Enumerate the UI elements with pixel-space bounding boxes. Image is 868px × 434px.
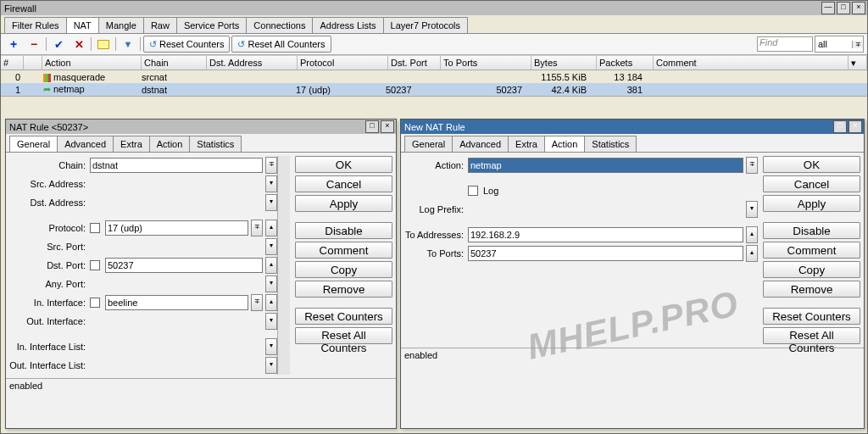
chevron-down-icon[interactable]: ∓ (251, 294, 263, 311)
remove-button[interactable]: − (25, 36, 43, 53)
left-title: NAT Rule <50237> (8, 122, 365, 132)
enable-button[interactable]: ✔ (49, 36, 68, 53)
close-icon[interactable]: × (852, 2, 865, 14)
find-input[interactable]: Find (757, 36, 813, 52)
tab-action[interactable]: Action (544, 136, 586, 152)
ok-button[interactable]: OK (295, 156, 392, 173)
rules-grid: # Action Chain Dst. Address Protocol Dst… (1, 55, 867, 97)
refresh-icon: ↺ (149, 39, 157, 50)
invert-box[interactable] (90, 223, 100, 233)
to-addresses-input[interactable]: 192.168.2.9 (468, 227, 743, 242)
copy-button[interactable]: Copy (763, 261, 860, 278)
tab-statistics[interactable]: Statistics (584, 136, 637, 152)
expand-icon[interactable]: ▾ (265, 357, 277, 374)
netmap-icon: ➦ (43, 84, 51, 94)
chevron-down-icon[interactable]: ∓ (251, 220, 263, 236)
table-row[interactable]: 1 ➦netmap dstnat 17 (udp) 50237 50237 42… (1, 83, 867, 96)
expand-icon[interactable]: ▾ (265, 194, 277, 211)
remove-button[interactable]: Remove (763, 281, 860, 298)
tab-advanced[interactable]: Advanced (57, 136, 114, 152)
expand-icon[interactable]: ▾ (265, 313, 277, 330)
max-icon[interactable]: □ (365, 120, 379, 133)
expand-icon[interactable]: ▾ (265, 175, 277, 192)
disable-button[interactable]: ✕ (70, 36, 88, 53)
tab-nat[interactable]: NAT (66, 17, 99, 33)
tab-service-ports[interactable]: Service Ports (176, 17, 247, 33)
reset-all-counters-button[interactable]: Reset All Counters (763, 327, 860, 344)
comment-button[interactable]: Comment (763, 242, 860, 259)
chain-input[interactable]: dstnat (90, 158, 263, 173)
tab-layer7[interactable]: Layer7 Protocols (383, 17, 469, 33)
tab-raw[interactable]: Raw (143, 17, 177, 33)
reset-counters-button[interactable]: ↺Reset Counters (143, 36, 230, 53)
to-ports-input[interactable]: 50237 (468, 246, 743, 261)
minus-icon: − (31, 37, 37, 51)
main-toolbar: + − ✔ ✕ ▼ ↺Reset Counters ↺Reset All Cou… (1, 34, 867, 55)
tab-address-lists[interactable]: Address Lists (312, 17, 383, 33)
reset-counters-button[interactable]: Reset Counters (295, 308, 392, 325)
tab-general[interactable]: General (404, 136, 453, 152)
collapse-icon[interactable]: ▴ (746, 226, 758, 243)
disable-button[interactable]: Disable (763, 222, 860, 239)
apply-button[interactable]: Apply (763, 195, 860, 212)
tab-connections[interactable]: Connections (246, 17, 313, 33)
right-title-bar[interactable]: New NAT Rule □× (401, 120, 864, 134)
chevron-down-icon[interactable]: ∓ (746, 157, 758, 174)
ok-button[interactable]: OK (763, 156, 860, 173)
filter-button[interactable]: ▼ (119, 36, 137, 53)
invert-box[interactable] (90, 260, 100, 270)
min-icon[interactable]: — (821, 2, 835, 14)
collapse-icon[interactable]: ▴ (265, 294, 277, 311)
collapse-icon[interactable]: ▴ (265, 220, 277, 236)
chevron-down-icon: ∓ (852, 41, 863, 48)
expand-icon[interactable]: ▾ (746, 201, 758, 218)
reset-counters-button[interactable]: Reset Counters (763, 308, 860, 325)
tab-advanced[interactable]: Advanced (452, 136, 509, 152)
expand-icon[interactable]: ▾ (265, 275, 277, 292)
max-icon[interactable]: □ (837, 2, 850, 14)
add-button[interactable]: + (4, 36, 23, 53)
comment-button[interactable]: Comment (295, 242, 392, 259)
grid-header[interactable]: # Action Chain Dst. Address Protocol Dst… (1, 55, 867, 70)
chevron-down-icon[interactable]: ∓ (265, 157, 277, 174)
column-menu-icon[interactable]: ▾ (849, 56, 867, 70)
cancel-button[interactable]: Cancel (763, 175, 860, 192)
invert-box[interactable] (90, 298, 100, 308)
reset-all-counters-button[interactable]: Reset All Counters (295, 327, 392, 344)
in-interface-input[interactable]: beeline (105, 295, 248, 310)
tab-mangle[interactable]: Mangle (98, 17, 144, 33)
log-checkbox[interactable] (468, 186, 478, 196)
scrollbar[interactable] (277, 156, 290, 375)
remove-button[interactable]: Remove (295, 281, 392, 298)
copy-button[interactable]: Copy (295, 261, 392, 278)
tab-statistics[interactable]: Statistics (189, 136, 242, 152)
disable-button[interactable]: Disable (295, 222, 392, 239)
filter-combo[interactable]: all∓ (815, 36, 864, 53)
expand-icon[interactable]: ▾ (265, 338, 277, 355)
max-icon[interactable]: □ (833, 120, 847, 133)
reset-all-counters-button[interactable]: ↺Reset All Counters (231, 36, 331, 53)
tab-action[interactable]: Action (149, 136, 191, 152)
dst-port-input[interactable]: 50237 (105, 258, 263, 273)
main-title-bar[interactable]: Firewall — □ × (1, 1, 867, 15)
status-label: enabled (6, 378, 396, 392)
x-icon: ✕ (75, 38, 84, 51)
note-icon (97, 40, 109, 49)
comment-button[interactable] (94, 36, 113, 53)
collapse-icon[interactable]: ▴ (746, 245, 758, 262)
tab-general[interactable]: General (9, 136, 58, 152)
close-icon[interactable]: × (849, 120, 862, 133)
cancel-button[interactable]: Cancel (295, 175, 392, 192)
tab-filter-rules[interactable]: Filter Rules (4, 17, 67, 33)
expand-icon[interactable]: ▾ (265, 238, 277, 255)
action-input[interactable]: netmap (468, 158, 743, 173)
protocol-input[interactable]: 17 (udp) (105, 220, 248, 236)
collapse-icon[interactable]: ▴ (265, 257, 277, 274)
apply-button[interactable]: Apply (295, 195, 392, 212)
table-row[interactable]: 0 masquerade srcnat 1155.5 KiB 13 184 (1, 70, 867, 83)
tab-extra[interactable]: Extra (113, 136, 150, 152)
tab-extra[interactable]: Extra (508, 136, 545, 152)
refresh-icon: ↺ (237, 39, 245, 50)
left-title-bar[interactable]: NAT Rule <50237> □× (6, 120, 396, 134)
close-icon[interactable]: × (381, 120, 394, 133)
